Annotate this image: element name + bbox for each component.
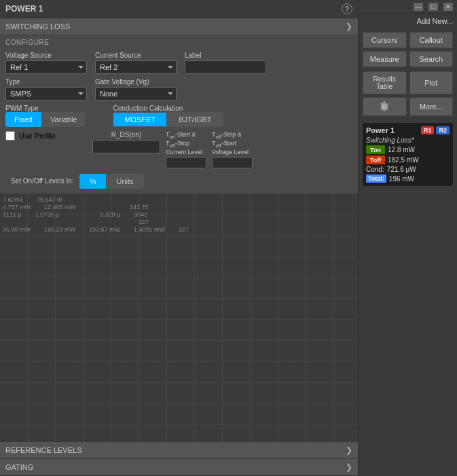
gating-label: GATING <box>5 463 33 471</box>
type-label: Type <box>5 78 87 86</box>
more-btn[interactable]: More... <box>409 97 454 116</box>
left-panel: POWER 1 ? SWITCHING LOSS ❯ CONFIGURE Vol… <box>0 0 358 476</box>
ton-start-input[interactable]: 5% <box>166 157 206 168</box>
minimize-btn[interactable]: — <box>414 3 423 11</box>
plot-btn[interactable]: Plot <box>409 71 454 94</box>
right-panel: — □ ✕ Add New... Cursors Callout Measure… <box>358 0 457 476</box>
voltage-source-select[interactable]: Ref 1 <box>5 60 87 74</box>
switching-loss-result-text: Switching Loss* <box>366 136 450 144</box>
gate-voltage-select[interactable]: None <box>95 87 177 100</box>
ton-color-box: Ton <box>366 145 385 154</box>
current-source-label: Current Source <box>95 52 177 59</box>
cond-result-line: Cond: 721.6 µW <box>366 166 450 173</box>
configure-section: Voltage Source Ref 1 Current Source Ref … <box>0 48 358 194</box>
bjt-btn[interactable]: BJT/IGBT <box>167 112 223 127</box>
level-btn-group: % Units <box>79 174 144 189</box>
pwm-type-group: PWM Type Fixed Variable <box>5 105 86 127</box>
power-result-title: Power 1 R1 R2 <box>366 126 450 134</box>
pwm-conduction-row: PWM Type Fixed Variable Conduction Calcu… <box>5 105 352 127</box>
conduction-btn-group: MOSFET BJT/IGBT <box>113 112 223 127</box>
current-source-field: Current Source Ref 2 <box>95 52 177 74</box>
window-title: POWER 1 <box>5 4 43 14</box>
cond-value: 721.6 µW <box>387 166 416 173</box>
label-field: Label Switching Loss <box>185 52 266 74</box>
type-select[interactable]: SMPS <box>5 87 87 100</box>
toff-result-line: Toff 182.5 mW <box>366 155 450 164</box>
conduction-calc-label: Conduction Calculation <box>113 105 223 112</box>
pwm-btn-group: Fixed Variable <box>5 112 86 127</box>
toff-label: Toff <box>370 157 381 164</box>
set-levels-label: Set On/Off Levels In: <box>11 177 74 185</box>
reference-levels-chevron: ❯ <box>346 445 352 455</box>
cursors-btn[interactable]: Cursors <box>363 32 407 48</box>
ron-label: R_DS(on) <box>111 131 141 139</box>
search-btn[interactable]: Search <box>409 51 454 67</box>
restore-btn[interactable]: □ <box>428 3 438 11</box>
power-result-box: Power 1 R1 R2 Switching Loss* Ton 12.8 m… <box>363 123 453 186</box>
close-btn[interactable]: ✕ <box>443 3 453 11</box>
gating-chevron: ❯ <box>346 462 352 472</box>
pwm-type-label: PWM Type <box>5 105 86 112</box>
toff-color-box: Toff <box>366 155 385 164</box>
gate-voltage-label: Gate Voltage (Vg) <box>95 78 177 86</box>
reference-levels-label: REFERENCE LEVELS <box>5 446 81 454</box>
use-profile-row: Use Profile <box>5 131 87 141</box>
results-table-btn[interactable]: Results Table <box>363 71 407 94</box>
mosfet-btn[interactable]: MOSFET <box>113 112 167 127</box>
bottom-sections: REFERENCE LEVELS ❯ GATING ❯ <box>0 442 358 476</box>
ton-label: Ton <box>370 147 381 153</box>
configure-label: CONFIGURE <box>0 35 358 48</box>
switching-loss-section[interactable]: SWITCHING LOSS ❯ <box>0 18 358 35</box>
label-input[interactable]: Switching Loss <box>185 60 266 74</box>
current-source-select[interactable]: Ref 2 <box>95 60 177 74</box>
settings-icon-btn[interactable] <box>363 97 407 116</box>
measure-btn[interactable]: Measure <box>363 51 407 67</box>
source-row: Voltage Source Ref 1 Current Source Ref … <box>5 52 352 74</box>
toff-start-input[interactable]: 5% <box>212 157 253 168</box>
help-icon[interactable]: ? <box>342 3 352 14</box>
waveform-grid <box>0 194 358 442</box>
waveform-area: 7.62m175.547 nl 4.757 mW12.405 mW143.75 … <box>0 194 358 442</box>
profile-ron-row: Use Profile R_DS(on) 20 mohm Ton-Start &… <box>5 131 352 168</box>
total-label: Total: <box>366 175 386 183</box>
r1-badge: R1 <box>421 126 435 134</box>
percent-btn[interactable]: % <box>79 174 107 189</box>
ton-value: 12.8 mW <box>388 146 415 153</box>
voltage-source-label: Voltage Source <box>5 52 87 59</box>
results-plot-row: Results Table Plot <box>359 71 457 97</box>
switching-loss-label: SWITCHING LOSS <box>5 22 70 31</box>
use-profile-checkbox[interactable] <box>5 131 15 141</box>
fixed-btn[interactable]: Fixed <box>5 112 41 127</box>
ton-toff-section: Ton-Start &Toff-StopCurrent Level 5% Tof… <box>166 131 253 168</box>
ton-result-line: Ton 12.8 mW <box>366 145 450 154</box>
variable-btn[interactable]: Variable <box>41 112 86 127</box>
set-on-off-row: Set On/Off Levels In: % Units <box>5 172 352 190</box>
reference-levels-section[interactable]: REFERENCE LEVELS ❯ <box>0 442 358 459</box>
callout-btn[interactable]: Callout <box>409 32 454 48</box>
toff-start-label: Toff-Stop &Toff-StartVoltage Level <box>212 131 253 155</box>
right-title-bar: — □ ✕ <box>359 0 457 14</box>
toff-value: 182.5 mW <box>388 156 419 164</box>
ton-start-label: Ton-Start &Toff-StopCurrent Level <box>166 131 206 155</box>
switching-loss-chevron: ❯ <box>346 22 352 31</box>
conduction-calc-group: Conduction Calculation MOSFET BJT/IGBT <box>113 105 223 127</box>
voltage-source-field: Voltage Source Ref 1 <box>5 52 87 74</box>
cond-label: Cond: <box>366 166 384 173</box>
label-label: Label <box>185 52 266 59</box>
gate-voltage-field: Gate Voltage (Vg) None <box>95 78 177 100</box>
title-bar: POWER 1 ? <box>0 0 358 18</box>
toff-start-field: Toff-Stop &Toff-StartVoltage Level 5% <box>212 131 253 168</box>
ton-start-field: Ton-Start &Toff-StopCurrent Level 5% <box>166 131 206 168</box>
ron-input[interactable]: 20 mohm <box>92 140 160 153</box>
gating-section[interactable]: GATING ❯ <box>0 459 358 476</box>
right-buttons: Cursors Callout Measure Search <box>359 28 457 71</box>
icon-btn-row: More... <box>359 97 457 120</box>
badges: R1 R2 <box>421 126 450 134</box>
units-btn[interactable]: Units <box>106 174 143 189</box>
power-result-label: Power 1 <box>366 126 395 134</box>
use-profile-section: Use Profile <box>5 131 87 141</box>
total-value: 196 mW <box>389 175 414 183</box>
use-profile-label: Use Profile <box>19 132 56 140</box>
type-row: Type SMPS Gate Voltage (Vg) None <box>5 78 352 100</box>
type-field: Type SMPS <box>5 78 87 100</box>
